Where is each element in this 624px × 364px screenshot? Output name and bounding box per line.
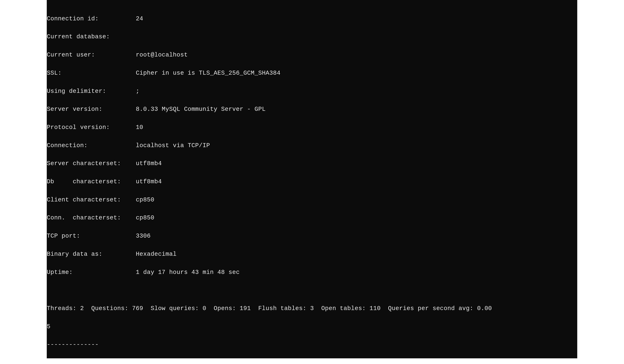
status-row-delimiter: Using delimiter: ; [47, 87, 577, 96]
status-value: cp850 [136, 195, 154, 204]
status-value: Hexadecimal [136, 250, 177, 259]
status-value: utf8mb4 [136, 177, 162, 186]
status-value: utf8mb4 [136, 159, 162, 168]
status-label: Connection id: [47, 14, 136, 23]
status-label: TCP port: [47, 232, 136, 240]
status-row-current-user: Current user: root@localhost [47, 51, 577, 59]
status-row-conn-charset: Conn. characterset: cp850 [47, 213, 577, 223]
status-label: Client characterset: [47, 195, 136, 204]
status-row-connection: Connection: localhost via TCP/IP [47, 141, 577, 150]
stats-line: Threads: 2 Questions: 769 Slow queries: … [47, 304, 577, 313]
status-value: 24 [136, 14, 143, 23]
status-row-server-charset: Server characterset: utf8mb4 [47, 159, 577, 168]
status-label: Protocol version: [47, 123, 136, 132]
status-label: Conn. characterset: [47, 213, 136, 223]
status-value: 1 day 17 hours 43 min 48 sec [136, 268, 240, 277]
separator-bottom: -------------- [47, 340, 577, 349]
status-label: Db characterset: [47, 177, 136, 186]
status-value: 3306 [136, 232, 151, 240]
blank-line [47, 286, 577, 295]
status-label: Current database: [47, 32, 136, 41]
status-label: SSL: [47, 69, 136, 78]
status-row-connection-id: Connection id: 24 [47, 14, 577, 23]
status-label: Connection: [47, 141, 136, 150]
status-value: ; [136, 87, 139, 96]
status-label: Binary data as: [47, 250, 136, 259]
status-row-db-charset: Db characterset: utf8mb4 [47, 177, 577, 186]
status-row-server-version: Server version: 8.0.33 MySQL Community S… [47, 105, 577, 114]
status-value: root@localhost [136, 51, 188, 59]
blank-line [47, 0, 577, 5]
stats-wrap-line: 5 [47, 322, 577, 331]
status-label: Current user: [47, 51, 136, 59]
terminal-window[interactable]: mysql> STATUS; -------------- C:\Program… [47, 0, 577, 358]
status-label: Using delimiter: [47, 87, 136, 96]
status-row-uptime: Uptime: 1 day 17 hours 43 min 48 sec [47, 268, 577, 277]
status-row-tcp-port: TCP port: 3306 [47, 232, 577, 240]
status-label: Server version: [47, 105, 136, 114]
status-value: Cipher in use is TLS_AES_256_GCM_SHA384 [136, 69, 281, 78]
status-row-current-database: Current database: [47, 32, 577, 41]
status-value: 8.0.33 MySQL Community Server - GPL [136, 105, 265, 114]
status-row-binary-data: Binary data as: Hexadecimal [47, 250, 577, 259]
status-value: 10 [136, 123, 143, 132]
status-row-protocol-version: Protocol version: 10 [47, 123, 577, 132]
status-value: cp850 [136, 213, 154, 223]
status-value: localhost via TCP/IP [136, 141, 210, 150]
status-label: Server characterset: [47, 159, 136, 168]
status-row-ssl: SSL: Cipher in use is TLS_AES_256_GCM_SH… [47, 69, 577, 78]
status-label: Uptime: [47, 268, 136, 277]
status-row-client-charset: Client characterset: cp850 [47, 195, 577, 204]
